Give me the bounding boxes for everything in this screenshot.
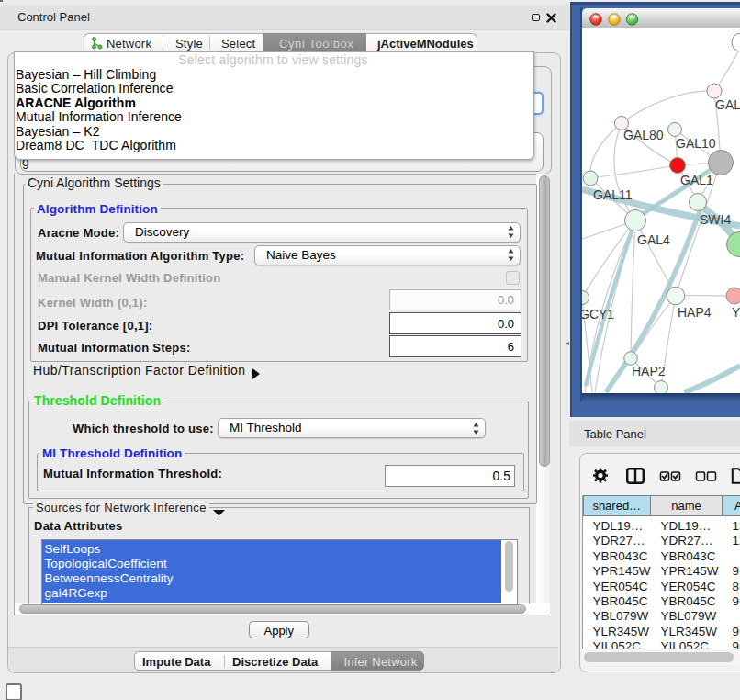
svg-text:HAP2: HAP2	[632, 364, 666, 378]
svg-text:GAL80: GAL80	[623, 128, 664, 142]
svg-text:GAL7: GAL7	[715, 97, 740, 112]
svg-text:HAP4: HAP4	[678, 305, 712, 320]
svg-text:SWI4: SWI4	[700, 212, 731, 227]
svg-text:Y: Y	[732, 305, 740, 320]
svg-text:GCY1: GCY1	[582, 307, 614, 322]
svg-text:GAL10: GAL10	[676, 136, 716, 151]
svg-text:GAL1: GAL1	[680, 173, 713, 187]
svg-text:GAL11: GAL11	[593, 187, 633, 202]
svg-text:GAL4: GAL4	[637, 232, 670, 247]
